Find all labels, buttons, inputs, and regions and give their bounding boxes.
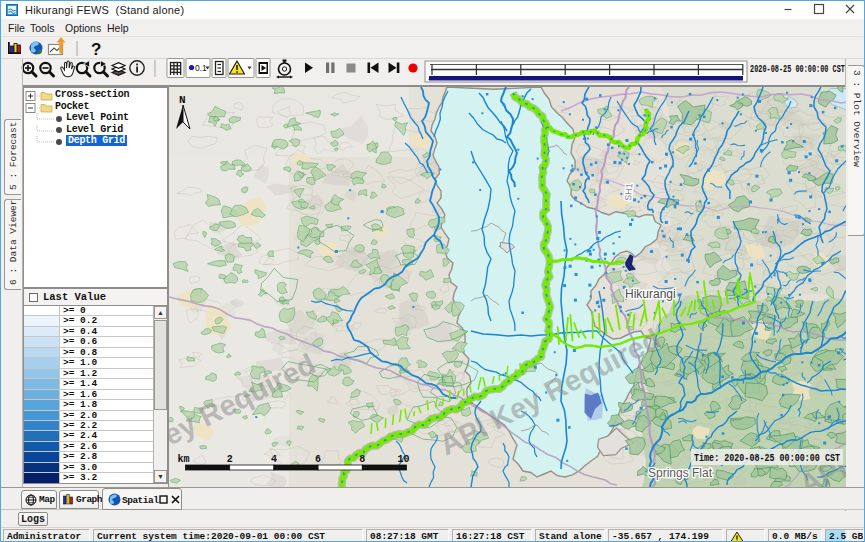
svg-text:10: 10 [397,454,409,465]
svg-text:Hikurangi: Hikurangi [625,287,676,301]
svg-text:km: km [178,454,190,465]
svg-text:?: ? [91,40,101,59]
svg-text:6: 6 [315,454,321,465]
svg-text:4: 4 [271,454,277,465]
svg-text:2: 2 [227,454,233,465]
svg-text:SH1: SH1 [623,183,634,201]
svg-text:Springs Flat: Springs Flat [648,466,713,480]
svg-text:8: 8 [359,454,365,465]
svg-text:Time: 2020-08-25 00:00:00 CST: Time: 2020-08-25 00:00:00 CST [694,452,840,464]
svg-text:N: N [179,94,186,106]
